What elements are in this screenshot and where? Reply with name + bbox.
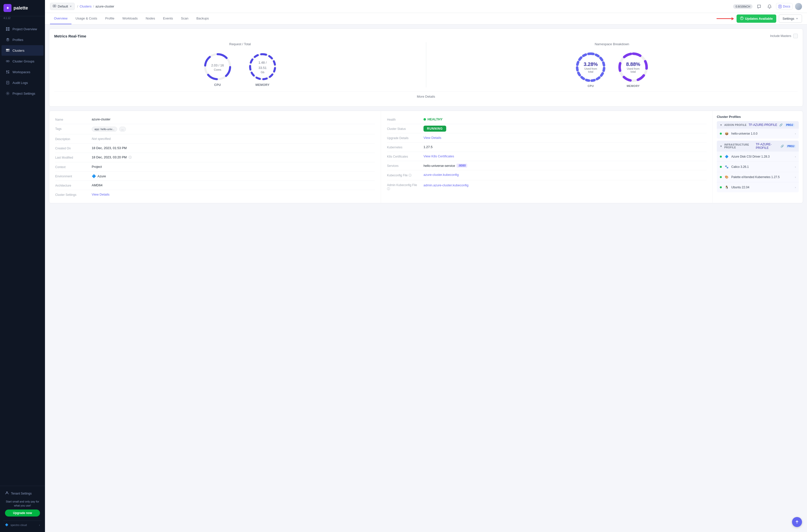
- metrics-header: Metrics Real-Time Include Masters: [54, 34, 798, 38]
- ns-memory-pct: 8.88%: [625, 61, 641, 67]
- tab-usage-costs[interactable]: Usage & Costs: [72, 13, 101, 24]
- sidebar-item-audit-logs[interactable]: Audit Logs: [1, 77, 43, 88]
- include-masters: Include Masters: [770, 34, 798, 38]
- description-value: Not specified.: [92, 137, 375, 140]
- infra-profile-item-0[interactable]: 🔷 Azure Disk CSI Driver 1.28.3 ›: [717, 152, 799, 162]
- sidebar-item-workspaces[interactable]: Workspaces: [1, 67, 43, 77]
- admin-kubeconfig-row: Admin Kubeconfig File ⓘ admin.azure-clus…: [387, 180, 707, 194]
- chevron-right-icon: ›: [795, 132, 796, 135]
- svg-point-20: [54, 5, 55, 6]
- tab-events[interactable]: Events: [159, 13, 177, 24]
- memory-value: 1.48 / 33.51: [255, 60, 270, 70]
- memory-gauge: 1.48 / 33.51 Gb MEMORY: [248, 52, 278, 87]
- collapse-icon[interactable]: ‹: [39, 524, 40, 527]
- ns-cpu-pct: 3.28%: [583, 61, 599, 67]
- cluster-settings-row: Cluster Settings View Details: [55, 190, 375, 199]
- sidebar-item-project-settings[interactable]: Project Settings: [1, 88, 43, 99]
- bell-icon[interactable]: [766, 2, 773, 11]
- kubeconfig-row: Kubeconfig File ⓘ azure-cluster.kubeconf…: [387, 170, 707, 180]
- svg-rect-14: [6, 81, 9, 84]
- sidebar-item-label: Cluster Groups: [13, 59, 34, 63]
- tenant-settings[interactable]: Tenant Settings: [3, 489, 41, 498]
- settings-dropdown-button[interactable]: Settings ▼: [779, 15, 802, 23]
- svg-rect-21: [779, 5, 781, 8]
- infra-profile-item-3[interactable]: 🐧 Ubuntu 22.04 ›: [717, 182, 799, 192]
- include-masters-toggle[interactable]: [793, 34, 798, 38]
- svg-rect-0: [6, 27, 7, 29]
- cluster-info-card: Name azure-cluster Tags app: hello-univ.…: [49, 111, 803, 203]
- tab-profile[interactable]: Profile: [101, 13, 118, 24]
- breadcrumb-clusters-link[interactable]: Clusters: [80, 4, 92, 8]
- admin-kubeconfig-link[interactable]: admin.azure-cluster.kubeconfig: [424, 183, 468, 188]
- link-icon: 🔗: [779, 124, 783, 127]
- tab-scan[interactable]: Scan: [177, 13, 192, 24]
- upgrade-section: Start small and only pay for what you us…: [3, 498, 41, 518]
- resource-badge: 0.8/100kCH: [733, 4, 753, 9]
- gauges: 2.03 / 16 Cores CPU: [203, 51, 278, 88]
- health-badge: HEALTHY: [424, 117, 707, 121]
- kubernetes-value: 1.27.5: [424, 145, 707, 149]
- kubeconfig-info-icon[interactable]: ⓘ: [409, 174, 412, 177]
- env-selector[interactable]: Default ▼: [50, 3, 75, 10]
- cpu-gauge: 2.03 / 16 Cores CPU: [203, 52, 232, 87]
- ns-gauges: 3.28% Used from total CPU: [575, 51, 649, 88]
- scroll-to-top-button[interactable]: [792, 517, 802, 527]
- svg-rect-1: [8, 27, 10, 29]
- sidebar-item-project-overview[interactable]: Project Overview: [1, 24, 43, 34]
- addon-profile-item-0[interactable]: 📦 hello-universe 1.0.0 ›: [717, 129, 799, 139]
- sidebar-bottom: Tenant Settings Start small and only pay…: [0, 486, 45, 532]
- service-value: hello-universe-service :8080: [424, 164, 707, 168]
- main-content: Default ▼ / Clusters / azure-cluster 0.8…: [45, 0, 807, 532]
- sidebar-item-label: Workspaces: [13, 70, 30, 74]
- port-badge[interactable]: :8080: [456, 164, 467, 168]
- upgrade-now-button[interactable]: Upgrade now: [5, 510, 40, 516]
- sidebar-item-label: Profiles: [13, 38, 23, 42]
- info-left-column: Name azure-cluster Tags app: hello-univ.…: [49, 111, 381, 203]
- tab-workloads[interactable]: Workloads: [118, 13, 142, 24]
- svg-rect-10: [6, 71, 7, 72]
- chevron-right-icon: ›: [795, 155, 796, 158]
- addon-profile-section: ▼ ADDON PROFILE TF-AZURE-PROFILE 🔗 PROJ …: [717, 121, 799, 139]
- topbar-right: 0.8/100kCH Docs: [733, 2, 802, 11]
- chat-icon[interactable]: [755, 2, 763, 11]
- sidebar-item-cluster-groups[interactable]: Cluster Groups: [1, 56, 43, 66]
- sidebar-item-profiles[interactable]: Profiles: [1, 35, 43, 45]
- more-details-link[interactable]: More Details: [54, 91, 798, 101]
- ns-memory-type: MEMORY: [626, 84, 640, 88]
- updates-available-button[interactable]: Updates Available: [736, 15, 776, 23]
- info-icon[interactable]: ⓘ: [129, 156, 132, 159]
- tab-overview[interactable]: Overview: [50, 13, 72, 24]
- tag-more: ...: [119, 127, 126, 132]
- cluster-name: azure-cluster: [92, 117, 375, 121]
- azure-icon: 🔷: [92, 174, 96, 178]
- context-value: Project: [92, 165, 375, 169]
- sidebar-item-clusters[interactable]: Clusters: [1, 45, 43, 56]
- svg-rect-3: [8, 29, 10, 31]
- admin-kubeconfig-info-icon[interactable]: ⓘ: [387, 187, 390, 191]
- docs-button[interactable]: Docs: [776, 3, 792, 10]
- upgrade-link[interactable]: View Details: [424, 136, 441, 140]
- metrics-title: Metrics Real-Time: [54, 34, 86, 38]
- services-row: Services hello-universe-service :8080: [387, 161, 707, 170]
- svg-point-9: [8, 60, 9, 62]
- infra-profile-item-1[interactable]: 🐾 Calico 3.26.1 ›: [717, 162, 799, 172]
- kubeconfig-link[interactable]: azure-cluster.kubeconfig: [424, 173, 459, 176]
- tab-nodes[interactable]: Nodes: [142, 13, 159, 24]
- tab-backups[interactable]: Backups: [192, 13, 213, 24]
- cluster-settings-link[interactable]: View Details: [92, 193, 109, 196]
- updates-icon: [740, 17, 744, 21]
- addon-profile-header[interactable]: ▼ ADDON PROFILE TF-AZURE-PROFILE 🔗 PROJ: [717, 121, 799, 129]
- request-total-label: Request / Total: [229, 42, 251, 46]
- spectro-cloud: 🔷 spectro cloud ‹: [3, 520, 41, 529]
- k8s-certs-link[interactable]: View K8s Certificates: [424, 154, 454, 158]
- k8s-certs-row: K8s Certificates View K8s Certificates: [387, 152, 707, 161]
- sidebar-item-label: Project Overview: [13, 27, 37, 31]
- arrow-indicator: [716, 17, 734, 20]
- sidebar: ✦ palette 4.1.12 Project Overview Profil…: [0, 0, 45, 532]
- chevron-right-icon: ›: [795, 176, 796, 178]
- info-mid-column: Health HEALTHY Cluster Status RUNNING: [381, 111, 713, 203]
- infra-profile-item-2[interactable]: 🎨 Palette eXtended Kubernetes 1.27.5 ›: [717, 172, 799, 182]
- item-icon: 🔷: [724, 154, 729, 159]
- infrastructure-profile-header[interactable]: ▼ INFRASTRUCTURE PROFILE TF-AZURE-PROFIL…: [717, 140, 799, 152]
- modified-value: 18 Dec, 2023, 03:20 PM: [92, 155, 127, 159]
